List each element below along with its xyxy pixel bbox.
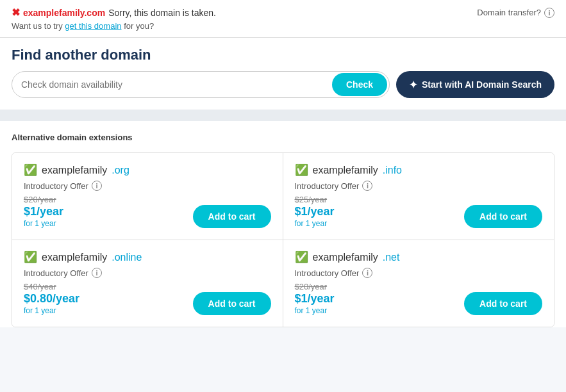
sale-price: $1/year (295, 205, 335, 218)
header: ✖ examplefamily.com Sorry, this domain i… (0, 0, 566, 38)
domain-card: ✅ examplefamily.info Introductory Offer … (283, 153, 554, 240)
available-check-icon: ✅ (295, 163, 308, 177)
get-domain-link[interactable]: get this domain (65, 21, 121, 31)
price-section: $20/year $1/year for 1 year (24, 195, 63, 228)
add-to-cart-button[interactable]: Add to cart (193, 292, 271, 315)
original-price: $25/year (295, 195, 335, 204)
sorry-text: Sorry, this domain is taken. (108, 8, 216, 18)
price-section: $40/year $0.80/year for 1 year (24, 282, 79, 315)
header-left: ✖ examplefamily.com Sorry, this domain i… (12, 6, 216, 19)
card-header: ✅ examplefamily.online (24, 250, 271, 264)
sale-price: $1/year (295, 292, 335, 306)
offer-info-icon[interactable]: i (92, 268, 102, 278)
check-button[interactable]: Check (332, 73, 387, 96)
page-title: Find another domain (12, 47, 554, 63)
for-year: for 1 year (295, 306, 335, 315)
available-check-icon: ✅ (24, 163, 37, 177)
available-check-icon: ✅ (24, 250, 37, 264)
offer-info-icon[interactable]: i (362, 181, 372, 191)
domain-ext: .online (112, 252, 142, 263)
domain-cards-grid: ✅ examplefamily.org Introductory Offer i… (12, 152, 554, 327)
card-header: ✅ examplefamily.info (295, 163, 543, 177)
original-price: $40/year (24, 282, 79, 291)
for-year: for 1 year (24, 306, 79, 315)
price-section: $20/year $1/year for 1 year (295, 282, 335, 315)
add-to-cart-button[interactable]: Add to cart (464, 205, 542, 228)
domain-card: ✅ examplefamily.org Introductory Offer i… (12, 153, 283, 240)
offer-row: Introductory Offer i (24, 268, 271, 278)
header-top: ✖ examplefamily.com Sorry, this domain i… (12, 6, 554, 19)
domain-ext: .info (383, 165, 402, 176)
sale-price: $0.80/year (24, 292, 79, 306)
offer-label: Introductory Offer (295, 181, 360, 191)
domain-card: ✅ examplefamily.net Introductory Offer i… (283, 240, 554, 327)
offer-label: Introductory Offer (24, 181, 88, 191)
add-to-cart-button[interactable]: Add to cart (193, 205, 271, 228)
domain-ext: .net (383, 252, 400, 263)
card-bottom: $20/year $1/year for 1 year Add to cart (295, 282, 543, 315)
search-section: Find another domain Check ✦ Start with A… (0, 38, 566, 110)
domain-transfer-info-icon[interactable]: i (544, 8, 554, 18)
section-title: Alternative domain extensions (12, 133, 554, 142)
domain-base: examplefamily (42, 165, 107, 176)
sub-text: Want us to try (12, 21, 63, 31)
domain-taken-name: examplefamily.com (23, 8, 105, 18)
offer-label: Introductory Offer (24, 268, 88, 278)
search-input[interactable] (21, 79, 332, 90)
offer-row: Introductory Offer i (295, 181, 543, 191)
search-input-wrapper: Check (12, 71, 390, 98)
domain-card: ✅ examplefamily.online Introductory Offe… (12, 240, 283, 327)
cards-section: Alternative domain extensions ✅ examplef… (0, 121, 566, 327)
offer-row: Introductory Offer i (24, 181, 271, 191)
offer-row: Introductory Offer i (295, 268, 543, 278)
for-year: for 1 year (295, 219, 335, 228)
for-year: for 1 year (24, 219, 63, 228)
original-price: $20/year (24, 195, 63, 204)
ai-icon: ✦ (409, 79, 417, 91)
available-check-icon: ✅ (295, 250, 308, 264)
domain-ext: .org (112, 165, 129, 176)
section-divider (0, 110, 566, 121)
domain-base: examplefamily (42, 252, 107, 263)
domain-error: ✖ examplefamily.com Sorry, this domain i… (12, 6, 216, 19)
original-price: $20/year (295, 282, 335, 291)
sale-price: $1/year (24, 205, 63, 218)
card-bottom: $40/year $0.80/year for 1 year Add to ca… (24, 282, 271, 315)
add-to-cart-button[interactable]: Add to cart (464, 292, 542, 315)
card-header: ✅ examplefamily.org (24, 163, 271, 177)
domain-transfer[interactable]: Domain transfer? i (477, 8, 554, 18)
domain-base: examplefamily (313, 252, 378, 263)
offer-info-icon[interactable]: i (362, 268, 372, 278)
header-sub: Want us to try get this domain for you? (12, 21, 554, 31)
sub-text2: for you? (124, 21, 154, 31)
price-section: $25/year $1/year for 1 year (295, 195, 335, 228)
ai-btn-label: Start with AI Domain Search (422, 79, 542, 90)
search-bar: Check ✦ Start with AI Domain Search (12, 71, 554, 98)
ai-domain-search-button[interactable]: ✦ Start with AI Domain Search (396, 71, 554, 98)
domain-transfer-label: Domain transfer? (477, 8, 541, 17)
offer-label: Introductory Offer (295, 268, 360, 278)
card-bottom: $20/year $1/year for 1 year Add to cart (24, 195, 271, 228)
offer-info-icon[interactable]: i (92, 181, 102, 191)
card-header: ✅ examplefamily.net (295, 250, 543, 264)
card-bottom: $25/year $1/year for 1 year Add to cart (295, 195, 543, 228)
x-icon: ✖ (12, 6, 20, 19)
domain-base: examplefamily (313, 165, 378, 176)
